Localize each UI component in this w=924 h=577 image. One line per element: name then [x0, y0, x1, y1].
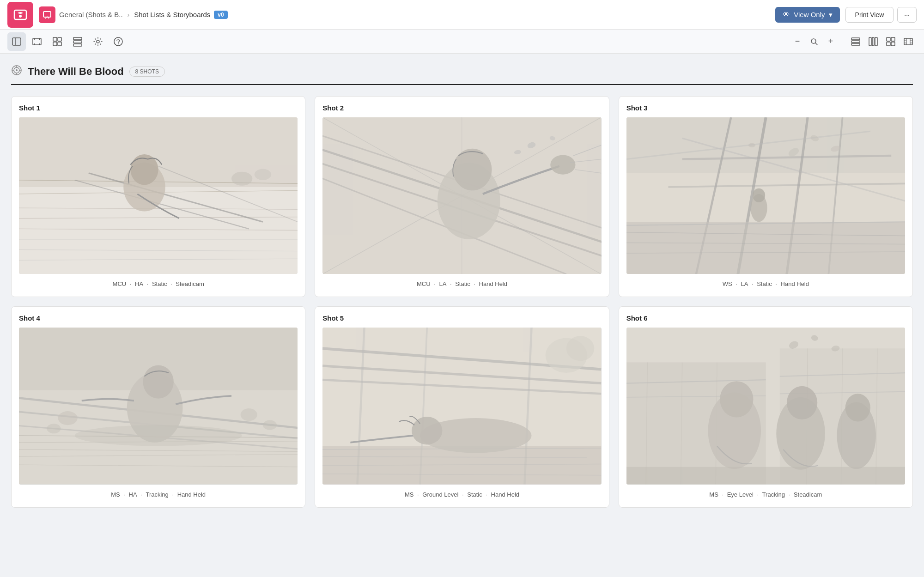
shot-card[interactable]: Shot 4 MS · HA · Tracking · Hand Held [11, 306, 305, 507]
breadcrumb-parent: General (Shots & B.. [59, 11, 123, 18]
chat-icon [43, 10, 52, 19]
shot-tag: MS [111, 491, 120, 498]
nav-pink-icon [39, 6, 55, 23]
svg-rect-27 [875, 37, 877, 46]
help-btn[interactable] [109, 32, 128, 51]
scene-header: There Will Be Blood 8 SHOTS [11, 65, 913, 79]
sidebar-toggle-btn[interactable] [7, 32, 26, 51]
shot-tag-separator: · [720, 491, 725, 498]
scene-divider [11, 84, 913, 85]
zoom-in-btn[interactable]: + [823, 34, 838, 49]
svg-rect-15 [73, 41, 82, 43]
shot-image [19, 117, 298, 274]
shot-label: Shot 4 [19, 314, 298, 322]
view-grid2-btn[interactable] [882, 33, 899, 50]
shot-tag: Tracking [146, 491, 168, 498]
columns-view-icon [868, 36, 878, 47]
shot-tag-separator: · [750, 280, 755, 287]
shot-image [19, 328, 298, 484]
list-view-toolbar-btn[interactable] [68, 32, 87, 51]
shot-image [626, 328, 905, 484]
breadcrumb-current: Shot Lists & Storyboards [134, 11, 210, 18]
svg-rect-30 [887, 42, 890, 46]
scene-icon [11, 65, 22, 79]
svg-rect-6 [34, 38, 35, 40]
svg-rect-81 [626, 117, 905, 173]
svg-point-17 [97, 40, 99, 43]
svg-point-93 [748, 143, 755, 147]
svg-rect-3 [12, 38, 21, 45]
svg-rect-94 [626, 222, 905, 274]
zoom-reset-btn[interactable] [807, 34, 821, 49]
main-content: There Will Be Blood 8 SHOTS Shot 1 MC [0, 54, 924, 522]
svg-rect-13 [58, 42, 61, 46]
shot-tag: Static [455, 280, 470, 287]
svg-point-155 [845, 394, 870, 422]
print-view-button[interactable]: Print View [845, 7, 894, 23]
shot-card[interactable]: Shot 5 MS · Ground Level · Static · Hand… [315, 306, 609, 507]
settings-btn[interactable] [89, 32, 107, 51]
grid-icon [52, 36, 62, 47]
nav-actions: Print View ··· [845, 7, 917, 23]
shot-tag: MCU [113, 280, 127, 287]
shot-label: Shot 2 [322, 104, 601, 112]
view-rows-btn[interactable] [847, 33, 864, 50]
film-strip-btn[interactable] [28, 32, 46, 51]
shot-tag: MS [405, 491, 414, 498]
toolbar: − + [0, 30, 924, 54]
svg-rect-156 [626, 467, 905, 485]
shot-tag-separator: · [432, 280, 438, 287]
svg-rect-9 [39, 43, 40, 45]
shot-card[interactable]: Shot 1 MCU · HA · Static · Steadicam [11, 96, 305, 297]
shot-tags: WS · LA · Static · Hand Held [626, 280, 905, 287]
view-columns-btn[interactable] [865, 33, 881, 50]
svg-rect-10 [53, 37, 57, 41]
more-options-button[interactable]: ··· [897, 7, 917, 23]
svg-rect-8 [39, 38, 40, 40]
svg-point-133 [412, 417, 442, 444]
view-filmstrip-btn[interactable] [900, 33, 917, 50]
rows-view-icon [851, 36, 861, 47]
zoom-icon [810, 37, 818, 46]
shot-card[interactable]: Shot 6 MS · Eye Level · [619, 306, 913, 507]
shot-tags: MCU · HA · Static · Steadicam [19, 280, 298, 287]
shot-label: Shot 5 [322, 314, 601, 322]
svg-point-115 [47, 424, 61, 433]
shot-tag-separator: · [415, 491, 420, 498]
shot-tag-separator: · [169, 280, 174, 287]
shot-card[interactable]: Shot 3 WS · LA · Static · Hand Held [619, 96, 913, 297]
svg-point-19 [118, 43, 119, 44]
shot-tag: Static [467, 491, 482, 498]
shots-count-badge: 8 SHOTS [129, 67, 165, 77]
shot-grid: Shot 1 MCU · HA · Static · SteadicamShot… [11, 96, 913, 508]
zoom-out-btn[interactable]: − [790, 34, 805, 49]
svg-point-73 [551, 155, 576, 174]
svg-rect-23 [851, 41, 860, 43]
svg-point-57 [130, 154, 158, 185]
app-logo [7, 2, 33, 28]
shot-tag: MCU [417, 280, 431, 287]
shot-tag-separator: · [170, 491, 176, 498]
shot-label: Shot 3 [626, 104, 905, 112]
shot-tag: Hand Held [491, 491, 519, 498]
shot-tag-separator: · [448, 280, 453, 287]
shot-tags: MCU · LA · Static · Hand Held [322, 280, 601, 287]
shot-tag: Ground Level [422, 491, 458, 498]
grid-view-btn[interactable] [48, 32, 67, 51]
shot-tag: Steadicam [794, 491, 822, 498]
shot-tag: Eye Level [727, 491, 754, 498]
svg-point-112 [143, 365, 173, 399]
view-only-button[interactable]: 👁 View Only ▾ [775, 7, 839, 23]
shot-card[interactable]: Shot 2 MCU · LA · Static · Hand Held [315, 96, 609, 297]
svg-rect-29 [891, 37, 895, 41]
shot-tag: Hand Held [479, 280, 507, 287]
list-icon [73, 36, 83, 47]
svg-rect-25 [869, 37, 871, 46]
view-mode-controls [847, 33, 917, 50]
svg-rect-11 [58, 37, 61, 41]
svg-rect-12 [53, 42, 57, 46]
svg-rect-32 [904, 38, 912, 45]
zoom-controls: − + [790, 34, 838, 49]
svg-point-153 [787, 386, 817, 419]
svg-point-151 [720, 381, 753, 417]
